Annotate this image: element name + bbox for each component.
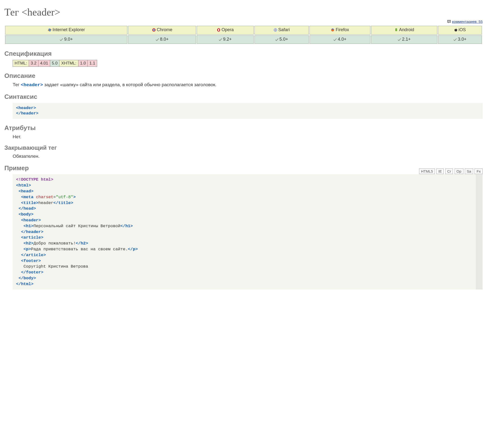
code-tag: <meta: [16, 195, 36, 199]
check-icon: [219, 37, 222, 42]
badge-ie: IE: [436, 168, 444, 174]
description-text: Тег <header> задает «шапку» сайта или ра…: [13, 82, 483, 88]
code-tag: </header>: [16, 230, 43, 234]
spec-html-ver: 4.01: [38, 60, 50, 66]
apple-icon: [454, 28, 458, 33]
safari-icon: [273, 28, 277, 33]
browser-table: Internet Explorer Chrome Opera Safari Fi…: [4, 25, 483, 45]
browser-label: Opera: [222, 27, 234, 32]
check-icon: [398, 37, 401, 42]
spec-html-ver: 5.0: [50, 60, 59, 66]
section-specification: Спецификация: [4, 50, 483, 57]
browser-version: 4.0+: [338, 37, 347, 42]
example-badges: HTML5 IE Cr Op Sa Fx: [419, 168, 483, 174]
example-code: <!DOCTYPE html> <html> <head> <meta char…: [13, 174, 483, 289]
code-eq: =: [53, 195, 56, 199]
code-attr: charset: [36, 195, 53, 199]
section-attributes: Атрибуты: [4, 124, 483, 132]
section-syntax: Синтаксис: [4, 93, 483, 101]
code-text: Добро пожаловать!: [33, 241, 75, 246]
browser-col-ios: iOS: [438, 26, 482, 35]
browser-col-opera: Opera: [197, 26, 253, 35]
ie-icon: [48, 28, 52, 33]
badge-sa: Sa: [465, 168, 473, 174]
desc-post: задает «шапку» сайта или раздела, в кото…: [43, 82, 217, 87]
check-icon: [333, 37, 337, 42]
browser-version: 2.1+: [402, 37, 411, 42]
browser-version: 3.0+: [458, 37, 467, 42]
code-text: Copyright Кристина Ветрова: [16, 264, 88, 269]
opera-icon: [217, 28, 221, 33]
code-tag: </title>: [53, 201, 73, 205]
code-val: "utf-8": [56, 195, 73, 199]
closing-tag-text: Обязателен.: [13, 154, 483, 159]
spec-html-ver: 3.2: [29, 60, 38, 66]
code-tag: <title>: [16, 201, 38, 205]
section-closing-tag: Закрывающий тег: [4, 144, 483, 151]
browser-val: 9.2+: [197, 35, 253, 44]
code-tag: </head>: [16, 206, 36, 211]
check-icon: [60, 37, 63, 42]
badge-cr: Cr: [445, 168, 453, 174]
browser-val: 4.0+: [309, 35, 370, 44]
browser-version: 8.0+: [160, 37, 169, 42]
copy-icon[interactable]: [477, 281, 482, 286]
browser-col-firefox: Firefox: [309, 26, 370, 35]
browser-col-android: Android: [371, 26, 437, 35]
firefox-icon: [331, 28, 335, 33]
spec-html-label: HTML:: [13, 60, 29, 66]
browser-version: 5.0+: [280, 37, 288, 42]
code-tag: <p>: [16, 247, 31, 252]
code-tag: <h2>: [16, 241, 33, 246]
code-tag: </footer>: [16, 270, 43, 275]
badge-html5: HTML5: [419, 168, 435, 174]
badge-op: Op: [455, 168, 463, 174]
code-text: header: [38, 201, 53, 205]
page-title: Тег <header>: [4, 6, 483, 18]
code-tag: </h1>: [120, 224, 133, 228]
example-sidebar-icons: [477, 274, 482, 287]
badge-fx: Fx: [475, 168, 483, 174]
desc-pre: Тег: [13, 82, 21, 87]
code-tag: <footer>: [16, 259, 41, 263]
syntax-code: <header> </header>: [13, 103, 483, 119]
code-text: Персональный сайт Кристины Ветровой: [33, 224, 120, 228]
code-tag: >: [73, 195, 76, 199]
browser-label: Firefox: [336, 27, 349, 32]
browser-val: 2.1+: [371, 35, 437, 44]
check-icon: [275, 37, 279, 42]
browser-version: 9.0+: [64, 37, 73, 42]
svg-point-7: [153, 29, 154, 30]
comments-bar: комментариев: 55: [4, 19, 483, 24]
comments-link[interactable]: комментариев: 55: [452, 19, 483, 24]
new-window-icon[interactable]: [477, 274, 482, 279]
code-tag: </article>: [16, 253, 46, 257]
browser-label: iOS: [459, 27, 466, 32]
spec-xhtml-ver: 1.0: [78, 60, 88, 66]
code-tag: </body>: [16, 276, 36, 280]
section-description: Описание: [4, 72, 483, 80]
browser-val: 9.0+: [5, 35, 127, 44]
spec-xhtml-ver: 1.1: [88, 60, 97, 66]
code-tag: </p>: [128, 247, 138, 252]
attributes-text: Нет.: [13, 134, 483, 140]
spec-xhtml-label: XHTML:: [59, 60, 78, 66]
section-example: Пример: [4, 164, 483, 172]
svg-rect-14: [395, 29, 397, 31]
code-text: Рада приветствовать вас на своем сайте.: [31, 247, 128, 252]
browser-version: 9.2+: [223, 37, 232, 42]
browser-label: Internet Explorer: [53, 27, 85, 32]
browser-label: Safari: [278, 27, 290, 32]
svg-point-9: [218, 29, 219, 31]
code-tag: <body>: [16, 212, 33, 217]
code-tag: <html>: [16, 183, 31, 188]
android-icon: [394, 28, 398, 33]
desc-tag: <header>: [21, 82, 43, 88]
browser-col-ie: Internet Explorer: [5, 26, 127, 35]
browser-val: 5.0+: [254, 35, 309, 44]
comment-icon: [447, 20, 451, 24]
check-icon: [156, 37, 159, 42]
syntax-code-text: <header> </header>: [16, 106, 38, 116]
chrome-icon: [152, 28, 156, 33]
code-doctype: <!DOCTYPE html>: [16, 177, 53, 182]
